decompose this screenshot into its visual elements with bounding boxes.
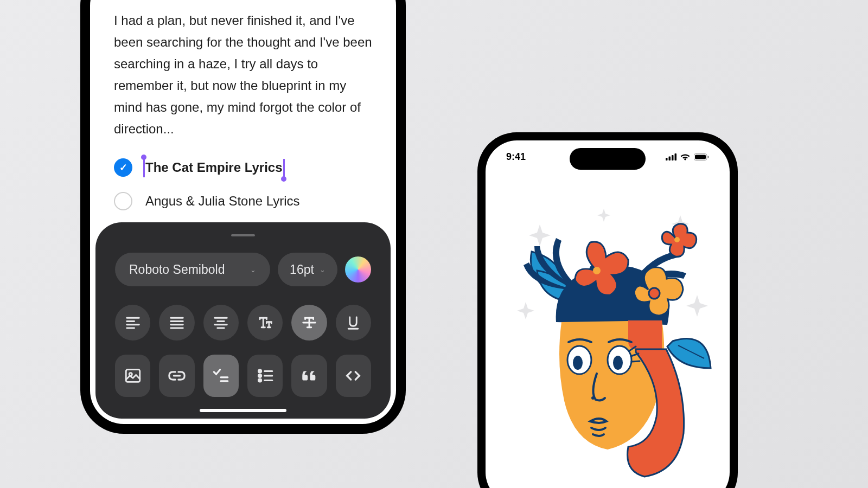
underline-button[interactable] <box>336 305 371 341</box>
svg-point-50 <box>591 396 595 400</box>
align-justify-icon <box>169 314 185 331</box>
chevron-down-icon: ⌄ <box>250 266 256 274</box>
text-color-picker[interactable] <box>345 256 371 282</box>
note-editor[interactable]: I had a plan, but never finished it, and… <box>90 0 396 244</box>
status-bar: 9:41 <box>486 151 730 163</box>
quote-icon <box>300 367 318 385</box>
svg-rect-37 <box>708 156 709 158</box>
font-family-label: Roboto Semibold <box>129 262 225 277</box>
code-icon <box>344 367 362 385</box>
battery-icon <box>694 153 709 160</box>
svg-line-49 <box>631 361 640 362</box>
checkbox-unchecked[interactable] <box>114 192 132 210</box>
selection-handle-left[interactable] <box>143 159 145 177</box>
bullet-list-button[interactable] <box>247 355 283 397</box>
checklist-item[interactable]: Angus & Julia Stone Lyrics <box>114 192 372 210</box>
font-size-select[interactable]: 16pt ⌄ <box>278 253 337 286</box>
chevron-down-icon: ⌄ <box>320 266 326 274</box>
svg-point-44 <box>573 356 583 370</box>
svg-rect-34 <box>675 153 677 160</box>
phone-screen-left: I had a plan, but never finished it, and… <box>90 0 396 424</box>
cellular-signal-icon <box>666 153 676 160</box>
svg-point-41 <box>674 237 680 242</box>
svg-rect-33 <box>672 155 674 160</box>
align-left-button[interactable] <box>115 305 150 341</box>
format-row-block <box>115 355 371 397</box>
underline-icon <box>345 314 361 331</box>
checkbox-checked[interactable]: ✓ <box>114 158 132 177</box>
selection-handle-right[interactable] <box>283 159 285 177</box>
quote-block-button[interactable] <box>291 355 327 397</box>
text-size-icon <box>257 314 273 331</box>
svg-point-26 <box>258 374 261 377</box>
checkmark-icon: ✓ <box>119 162 127 174</box>
checklist-item[interactable]: ✓ The Cat Empire Lyrics <box>114 158 372 177</box>
decorative-illustration <box>486 200 730 482</box>
link-icon <box>168 367 186 385</box>
code-block-button[interactable] <box>336 355 371 397</box>
font-family-select[interactable]: Roboto Semibold ⌄ <box>115 253 270 286</box>
align-center-icon <box>213 314 229 331</box>
svg-point-46 <box>613 356 623 370</box>
wifi-icon <box>680 153 690 160</box>
align-center-button[interactable] <box>203 305 239 341</box>
insert-image-button[interactable] <box>115 355 150 397</box>
checklist-icon <box>212 367 230 385</box>
svg-point-27 <box>258 379 261 382</box>
svg-point-39 <box>593 267 601 274</box>
font-size-label: 16pt <box>290 262 314 277</box>
status-time: 9:41 <box>506 151 526 163</box>
format-row-inline <box>115 305 371 341</box>
svg-rect-32 <box>669 157 671 161</box>
svg-point-25 <box>258 370 261 373</box>
phone-device-left: I had a plan, but never finished it, and… <box>80 0 406 434</box>
home-indicator[interactable] <box>200 409 286 412</box>
strikethrough-icon <box>301 314 317 331</box>
format-toolbar-panel: Roboto Semibold ⌄ 16pt ⌄ <box>95 222 391 419</box>
strikethrough-button[interactable] <box>291 305 327 341</box>
panel-grabber[interactable] <box>231 234 255 236</box>
checklist-item-label[interactable]: The Cat Empire Lyrics <box>145 160 283 175</box>
insert-link-button[interactable] <box>159 355 194 397</box>
bullet-list-icon <box>256 367 275 385</box>
text-size-button[interactable] <box>247 305 283 341</box>
phone-screen-right: 9:41 <box>486 140 730 488</box>
format-row-font: Roboto Semibold ⌄ 16pt ⌄ <box>115 253 371 286</box>
phone-device-right: 9:41 <box>477 132 738 488</box>
image-icon <box>124 367 142 385</box>
checklist-block-button[interactable] <box>203 355 239 397</box>
checklist-item-label[interactable]: Angus & Julia Stone Lyrics <box>145 194 300 209</box>
svg-rect-36 <box>695 155 706 159</box>
align-left-icon <box>125 314 141 331</box>
svg-point-40 <box>649 288 660 299</box>
align-justify-button[interactable] <box>159 305 194 341</box>
svg-rect-31 <box>666 158 668 160</box>
note-body-text[interactable]: I had a plan, but never finished it, and… <box>114 10 372 140</box>
